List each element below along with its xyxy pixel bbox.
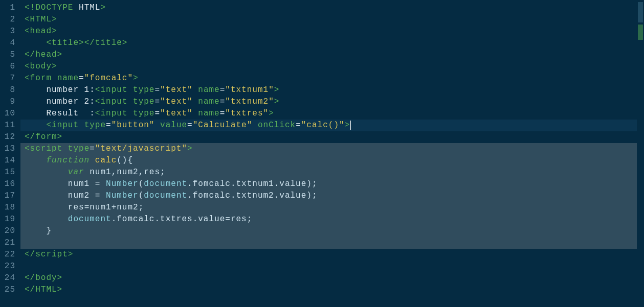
- code-line[interactable]: <head>: [20, 26, 637, 37]
- code-token: [25, 38, 46, 48]
- code-line[interactable]: function calc(){: [20, 155, 637, 167]
- code-line[interactable]: <input type="button" value="Calculate" o…: [20, 120, 637, 131]
- code-token: =: [90, 144, 95, 153]
- code-editor[interactable]: 1234567891011121314151617181920212223242…: [0, 0, 644, 307]
- code-token: >: [52, 15, 57, 24]
- code-line[interactable]: <form name="fomcalc">: [20, 73, 637, 84]
- code-token: script: [35, 250, 68, 259]
- code-token: </: [25, 273, 35, 282]
- code-token: >: [122, 38, 128, 48]
- code-token: >: [269, 109, 274, 118]
- code-token: form: [30, 74, 52, 83]
- code-token: <: [46, 38, 52, 48]
- code-token: =: [154, 97, 160, 106]
- code-token: [252, 121, 258, 130]
- code-token: =: [220, 109, 226, 118]
- line-number: 8: [0, 84, 20, 96]
- code-token: [127, 85, 133, 95]
- line-number: 23: [0, 261, 20, 272]
- code-line[interactable]: number 1:<input type="text" name="txtnum…: [20, 84, 637, 96]
- code-line[interactable]: <HTML>: [20, 14, 637, 26]
- code-token: [52, 74, 57, 83]
- code-token: document: [144, 179, 187, 188]
- code-line[interactable]: num2 = Number(document.fomcalc.txtnum2.v…: [20, 190, 637, 202]
- code-token: [127, 97, 133, 106]
- code-token: </: [25, 285, 35, 294]
- code-token: document: [144, 191, 187, 200]
- line-number: 25: [0, 284, 20, 296]
- code-line[interactable]: <title></title>: [20, 37, 637, 49]
- line-number: 11: [0, 120, 20, 131]
- code-token: .fomcalc.txtnum2.value);: [187, 191, 317, 200]
- code-line[interactable]: [20, 237, 637, 249]
- code-line[interactable]: res=num1+num2;: [20, 202, 637, 214]
- code-token: =: [154, 109, 160, 118]
- code-line[interactable]: </form>: [20, 131, 637, 143]
- code-line[interactable]: }: [20, 225, 637, 237]
- code-token: >: [57, 132, 63, 141]
- line-number: 9: [0, 96, 20, 108]
- code-token: var: [68, 168, 84, 177]
- code-token: head: [35, 50, 57, 59]
- line-number: 18: [0, 202, 20, 214]
- code-token: <: [25, 27, 30, 36]
- code-token: number 1:: [25, 85, 95, 95]
- code-token: num1: [90, 203, 111, 212]
- code-token: =: [225, 215, 231, 224]
- code-token: >: [274, 85, 280, 95]
- line-number: 7: [0, 73, 20, 84]
- code-token: type: [133, 109, 154, 118]
- code-line[interactable]: <script type="text/javascript">: [20, 143, 637, 155]
- code-area[interactable]: <!DOCTYPE HTML><HTML><head> <title></tit…: [20, 0, 637, 307]
- code-token: <!: [25, 3, 35, 12]
- code-token: form: [35, 132, 57, 141]
- code-token: res;: [231, 215, 252, 224]
- code-token: [193, 109, 198, 118]
- code-token: "button": [112, 121, 155, 130]
- code-line[interactable]: num1 = Number(document.fomcalc.txtnum1.v…: [20, 178, 637, 190]
- minimap[interactable]: [637, 0, 644, 307]
- code-token: <: [25, 15, 30, 24]
- code-token: type: [68, 144, 90, 153]
- code-line[interactable]: number 2:<input type="text" name="txtnum…: [20, 96, 637, 108]
- code-token: </: [84, 38, 95, 48]
- code-token: function: [46, 156, 90, 165]
- line-number-gutter: 1234567891011121314151617181920212223242…: [0, 0, 20, 307]
- code-line[interactable]: </body>: [20, 272, 637, 284]
- code-token: >: [274, 97, 280, 106]
- line-number: 15: [0, 167, 20, 178]
- code-line[interactable]: [20, 261, 637, 272]
- code-token: calc: [95, 156, 117, 165]
- code-token: head: [30, 27, 52, 36]
- code-token: =: [220, 85, 226, 95]
- code-token: +: [112, 203, 117, 212]
- code-token: [79, 121, 84, 130]
- code-token: =: [106, 121, 112, 130]
- code-line[interactable]: <body>: [20, 61, 637, 73]
- line-number: 5: [0, 49, 20, 61]
- code-token: >: [52, 27, 57, 36]
- code-token: }: [25, 226, 52, 235]
- code-token: =: [84, 203, 90, 212]
- code-token: "text": [160, 85, 193, 95]
- code-line[interactable]: Result :<input type="text" name="txtres"…: [20, 108, 637, 120]
- code-token: HTML: [73, 3, 100, 12]
- line-number: 6: [0, 61, 20, 73]
- code-line[interactable]: <!DOCTYPE HTML>: [20, 2, 637, 14]
- code-line[interactable]: </script>: [20, 249, 637, 261]
- code-line[interactable]: </HTML>: [20, 284, 637, 296]
- code-token: num2: [25, 191, 95, 200]
- code-line[interactable]: var num1,num2,res;: [20, 167, 637, 178]
- code-token: =: [154, 85, 160, 95]
- code-token: [193, 97, 198, 106]
- code-token: <: [95, 109, 101, 118]
- code-token: =: [95, 191, 101, 200]
- code-line[interactable]: document.fomcalc.txtres.value=res;: [20, 214, 637, 225]
- line-number: 4: [0, 37, 20, 49]
- code-token: input: [100, 97, 127, 106]
- code-line[interactable]: </head>: [20, 49, 637, 61]
- code-token: input: [52, 121, 79, 130]
- code-token: [62, 144, 68, 153]
- code-token: [25, 215, 68, 224]
- code-token: "text/javascript": [95, 144, 187, 153]
